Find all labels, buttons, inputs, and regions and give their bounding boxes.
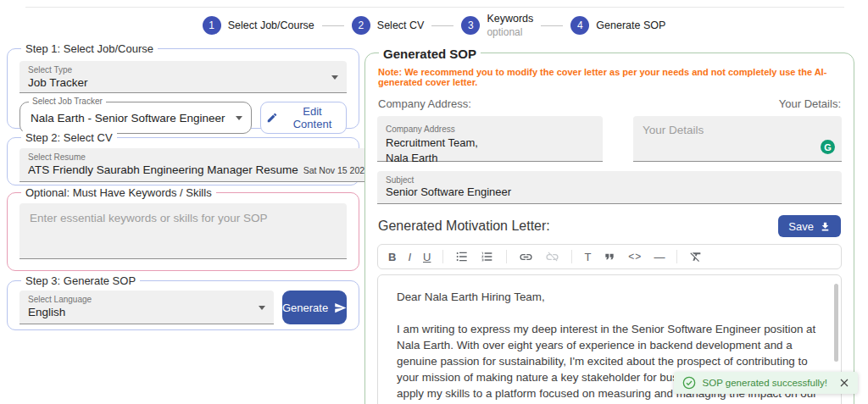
stepper-step-generate-sop[interactable]: 4 Generate SOP bbox=[570, 16, 665, 35]
stepper-connector bbox=[541, 25, 563, 26]
save-button[interactable]: Save bbox=[778, 215, 841, 237]
select-language-value: English bbox=[28, 305, 250, 319]
stepper-step-select-job[interactable]: 1 Select Job/Course bbox=[203, 16, 314, 35]
success-toast: SOP generated successfully! bbox=[674, 372, 858, 394]
link-icon[interactable] bbox=[519, 250, 533, 264]
save-button-label: Save bbox=[788, 220, 814, 233]
keywords-legend: Optional: Must Have Keywords / Skills bbox=[21, 186, 216, 199]
your-details-input[interactable] bbox=[633, 116, 842, 161]
select-resume-label: Select Resume bbox=[28, 152, 370, 163]
generated-sop-panel: Generated SOP Note: We recommend you to … bbox=[364, 53, 854, 404]
subject-label: Subject bbox=[386, 174, 833, 185]
editor-toolbar: B I U T <> — bbox=[377, 244, 842, 269]
generated-sop-legend: Generated SOP bbox=[379, 47, 481, 61]
letter-greeting: Dear Nala Earth Hiring Team, bbox=[397, 289, 822, 305]
company-address-field[interactable]: Company Address Recruitment Team, Nala E… bbox=[377, 116, 603, 162]
grammarly-icon[interactable]: G bbox=[821, 140, 835, 154]
select-type-value: Job Tracker bbox=[28, 75, 323, 88]
italic-icon[interactable]: I bbox=[408, 252, 411, 263]
check-circle-icon bbox=[682, 376, 696, 390]
letter-heading: Generated Motivation Letter: bbox=[378, 219, 550, 234]
code-icon[interactable]: <> bbox=[628, 252, 642, 262]
select-language-label: Select Language bbox=[28, 294, 250, 305]
step-3-sublabel: optional bbox=[487, 26, 533, 39]
company-address-value: Recruitment Team, Nala Earth bbox=[386, 136, 594, 165]
step-2-circle: 2 bbox=[352, 16, 370, 35]
company-address-label: Company Address bbox=[386, 125, 455, 134]
chevron-down-icon bbox=[236, 116, 242, 120]
ordered-list-icon[interactable] bbox=[481, 250, 494, 263]
step-1-label: Select Job/Course bbox=[228, 19, 314, 31]
company-address-heading: Company Address: bbox=[378, 97, 471, 110]
subject-value: Senior Software Engineer bbox=[386, 185, 833, 200]
select-type-label: Select Type bbox=[28, 64, 323, 75]
chevron-down-icon bbox=[331, 75, 338, 80]
edit-content-label: Edit Content bbox=[284, 105, 341, 130]
toolbar-divider bbox=[676, 250, 677, 263]
top-divider bbox=[25, 7, 844, 8]
toast-message: SOP generated successfully! bbox=[703, 378, 827, 388]
toolbar-divider bbox=[442, 250, 443, 263]
stepper-step-keywords[interactable]: 3 Keywords optional bbox=[461, 13, 533, 39]
select-job-tracker-label: Select Job Tracker bbox=[29, 97, 106, 106]
select-resume-value: ATS Friendly Saurabh Engineering Manager… bbox=[28, 163, 298, 178]
select-job-tracker-value: Nala Earth - Senior Software Engineer bbox=[31, 112, 225, 125]
chevron-down-icon bbox=[259, 306, 265, 310]
close-icon[interactable] bbox=[839, 378, 849, 388]
blockquote-icon[interactable] bbox=[603, 250, 616, 263]
text-style-icon[interactable]: T bbox=[584, 252, 591, 263]
toolbar-divider bbox=[506, 250, 507, 263]
download-icon bbox=[820, 221, 831, 232]
sop-note: Note: We recommend you to modify the cov… bbox=[378, 67, 841, 87]
select-type-dropdown[interactable]: Select Type Job Tracker bbox=[19, 61, 347, 93]
select-resume-dropdown[interactable]: Select Resume ATS Friendly Saurabh Engin… bbox=[19, 148, 393, 182]
step1-legend: Step 1: Select Job/Course bbox=[21, 42, 158, 55]
your-details-field[interactable]: G bbox=[633, 116, 842, 162]
keywords-panel: Optional: Must Have Keywords / Skills bbox=[7, 192, 359, 271]
step2-legend: Step 2: Select CV bbox=[21, 131, 117, 144]
select-job-tracker-dropdown[interactable]: Select Job Tracker Nala Earth - Senior S… bbox=[19, 102, 252, 134]
stepper: 1 Select Job/Course 2 Select CV 3 Keywor… bbox=[0, 13, 868, 39]
bullet-list-icon[interactable] bbox=[455, 250, 469, 263]
editor-scrollbar[interactable] bbox=[834, 284, 838, 362]
step-3-circle: 3 bbox=[461, 16, 480, 35]
stepper-step-select-cv[interactable]: 2 Select CV bbox=[352, 16, 425, 35]
stepper-connector bbox=[431, 25, 453, 26]
step-4-label: Generate SOP bbox=[596, 19, 665, 31]
pencil-icon bbox=[266, 112, 278, 124]
toolbar-divider bbox=[571, 250, 572, 263]
clear-format-icon[interactable] bbox=[689, 250, 703, 263]
step-3-label: Keywords bbox=[487, 13, 533, 26]
subject-field[interactable]: Subject Senior Software Engineer bbox=[377, 171, 842, 204]
step-2-label: Select CV bbox=[377, 19, 425, 31]
resume-date: Sat Nov 15 2025 bbox=[303, 165, 370, 175]
step3-panel: Step 3: Generate SOP Select Language Eng… bbox=[7, 280, 359, 330]
horizontal-rule-icon[interactable]: — bbox=[654, 252, 665, 263]
generate-button[interactable]: Generate bbox=[282, 291, 347, 324]
generate-button-label: Generate bbox=[282, 302, 328, 314]
keywords-input[interactable] bbox=[19, 203, 347, 259]
bold-icon[interactable]: B bbox=[388, 252, 396, 263]
underline-icon[interactable]: U bbox=[423, 252, 431, 263]
send-icon bbox=[334, 302, 347, 314]
step2-panel: Step 2: Select CV Select Resume ATS Frie… bbox=[7, 137, 359, 185]
step1-panel: Step 1: Select Job/Course Select Type Jo… bbox=[7, 48, 359, 129]
your-details-heading: Your Details: bbox=[779, 97, 841, 110]
step-1-circle: 1 bbox=[203, 16, 221, 35]
select-language-dropdown[interactable]: Select Language English bbox=[19, 291, 274, 324]
step-4-circle: 4 bbox=[570, 16, 589, 35]
edit-content-button[interactable]: Edit Content bbox=[260, 102, 347, 134]
unlink-icon[interactable] bbox=[545, 250, 559, 264]
stepper-connector bbox=[322, 25, 344, 26]
step3-legend: Step 3: Generate SOP bbox=[21, 274, 140, 287]
